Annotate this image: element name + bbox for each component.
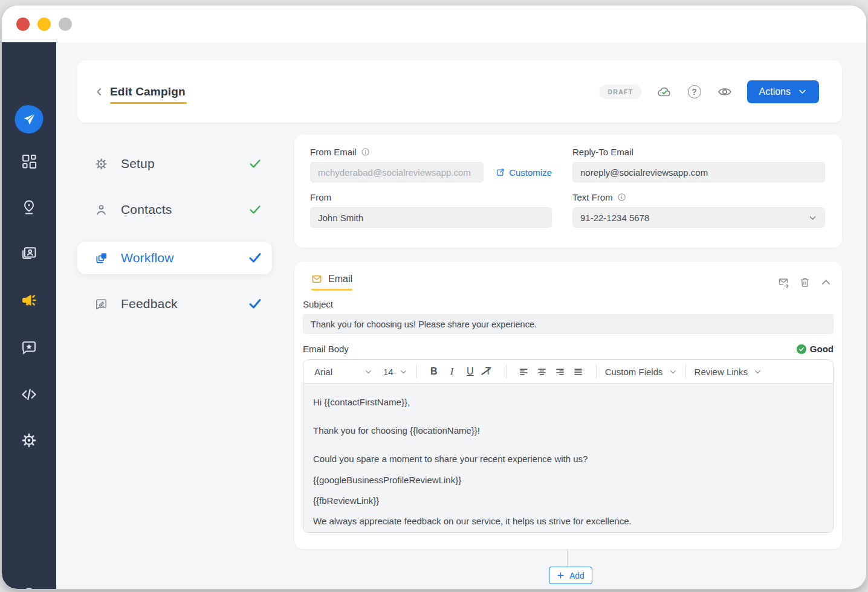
close-window-button[interactable] bbox=[16, 18, 30, 31]
step-feedback[interactable]: Feedback bbox=[77, 290, 272, 318]
minimize-window-button[interactable] bbox=[37, 18, 51, 31]
underline-button[interactable]: U bbox=[461, 363, 479, 380]
email-body-editor[interactable]: Hi {{contactFirstName}}, Thank you for c… bbox=[303, 384, 833, 532]
email-body-line: Could you spare a moment to share your r… bbox=[313, 454, 821, 465]
plus-icon bbox=[557, 571, 565, 579]
chevron-down-icon bbox=[798, 87, 807, 96]
from-email-input[interactable] bbox=[310, 162, 484, 182]
contacts-complete-check-icon bbox=[248, 202, 262, 217]
chevron-up-icon bbox=[820, 277, 832, 288]
sidebar-item-reviews[interactable] bbox=[20, 338, 38, 356]
actions-button[interactable]: Actions bbox=[747, 80, 819, 103]
help-button[interactable]: ? bbox=[687, 84, 702, 100]
title-underline bbox=[110, 102, 187, 104]
email-tab-underline bbox=[311, 289, 352, 291]
toolbar-separator bbox=[685, 365, 686, 378]
sidebar-item-settings[interactable] bbox=[20, 431, 38, 449]
font-family-value: Arial bbox=[314, 367, 332, 377]
from-name-input[interactable] bbox=[310, 207, 552, 228]
align-left-button[interactable] bbox=[515, 363, 533, 380]
align-center-button[interactable] bbox=[533, 363, 551, 380]
subject-input[interactable] bbox=[303, 314, 834, 334]
email-tab[interactable]: Email bbox=[311, 274, 352, 291]
location-pin-icon bbox=[21, 199, 37, 216]
delete-email-block-button[interactable] bbox=[798, 276, 811, 288]
align-justify-icon bbox=[573, 367, 583, 377]
custom-fields-dropdown[interactable]: Custom Fields bbox=[605, 367, 677, 377]
reply-to-label: Reply-To Email bbox=[572, 147, 825, 157]
email-step-card: Email bbox=[294, 262, 842, 549]
check-circle-icon bbox=[797, 344, 806, 354]
step-contacts-label: Contacts bbox=[121, 202, 172, 217]
app-window: Edit Campign DRAFT ? bbox=[2, 5, 866, 589]
step-feedback-label: Feedback bbox=[121, 297, 178, 311]
customize-link[interactable]: Customize bbox=[496, 167, 552, 178]
main-content: Edit Campign DRAFT ? bbox=[56, 42, 866, 589]
question-icon: ? bbox=[688, 85, 701, 98]
sidebar-item-contacts[interactable] bbox=[20, 244, 38, 262]
toolbar-separator bbox=[416, 365, 416, 378]
italic-button[interactable]: I bbox=[443, 363, 461, 380]
font-size-select[interactable]: 14 bbox=[383, 367, 407, 377]
eye-icon bbox=[717, 85, 732, 99]
contacts-person-icon bbox=[94, 203, 108, 217]
back-button[interactable] bbox=[91, 83, 108, 100]
megaphone-icon bbox=[21, 292, 37, 309]
add-step-button-label: Add bbox=[569, 571, 585, 581]
align-right-icon bbox=[555, 367, 565, 377]
clear-formatting-button[interactable]: T bbox=[479, 363, 497, 380]
collapse-email-block-button[interactable] bbox=[820, 276, 832, 288]
app-logo[interactable] bbox=[15, 105, 44, 134]
headset-icon bbox=[21, 585, 37, 589]
step-setup[interactable]: Setup bbox=[77, 150, 272, 178]
app-sidebar bbox=[2, 42, 56, 589]
align-right-button[interactable] bbox=[551, 363, 569, 380]
email-body-line: Hi {{contactFirstName}}, bbox=[313, 397, 821, 408]
workflow-connector-line bbox=[567, 549, 568, 567]
step-contacts[interactable]: Contacts bbox=[77, 196, 272, 224]
email-body-label: Email Body bbox=[303, 344, 349, 354]
sidebar-item-support[interactable] bbox=[20, 585, 38, 589]
review-links-dropdown[interactable]: Review Links bbox=[695, 367, 762, 377]
review-star-bubble-icon bbox=[21, 339, 37, 356]
sidebar-item-dashboard[interactable] bbox=[20, 152, 38, 170]
step-setup-label: Setup bbox=[121, 156, 155, 171]
toolbar-separator bbox=[506, 365, 507, 378]
workflow-complete-check-icon bbox=[248, 251, 262, 265]
custom-fields-label: Custom Fields bbox=[605, 367, 663, 377]
info-icon bbox=[617, 193, 626, 202]
content-quality-badge: Good bbox=[797, 344, 834, 354]
feedback-pencil-icon bbox=[94, 297, 108, 311]
text-from-select[interactable]: 91-22-1234 5678 bbox=[572, 207, 825, 228]
autosave-cloud-icon bbox=[656, 84, 672, 100]
from-email-label: From Email bbox=[310, 147, 552, 157]
reply-to-input[interactable] bbox=[572, 162, 825, 182]
step-workflow-label: Workflow bbox=[121, 251, 174, 265]
text-from-value: 91-22-1234 5678 bbox=[580, 213, 649, 223]
sidebar-item-locations[interactable] bbox=[20, 198, 38, 216]
step-workflow[interactable]: Workflow bbox=[77, 242, 272, 274]
bold-button[interactable]: B bbox=[425, 363, 443, 380]
font-size-value: 14 bbox=[383, 367, 394, 377]
email-tab-label: Email bbox=[328, 274, 352, 285]
preview-button[interactable] bbox=[717, 84, 733, 100]
review-links-label: Review Links bbox=[695, 367, 748, 377]
chevron-down-icon bbox=[808, 213, 817, 222]
subject-label: Subject bbox=[303, 299, 834, 309]
sidebar-item-campaigns[interactable] bbox=[20, 291, 38, 309]
font-family-select[interactable]: Arial bbox=[314, 367, 372, 377]
feedback-complete-check-icon bbox=[248, 297, 262, 311]
paper-plane-icon bbox=[22, 112, 37, 127]
from-name-label: From bbox=[310, 192, 552, 202]
setup-complete-check-icon bbox=[248, 156, 262, 171]
email-body-line: {{googleBusinessProfileReviewLink}} bbox=[313, 475, 821, 486]
zoom-window-button[interactable] bbox=[59, 18, 72, 31]
sidebar-item-developer[interactable] bbox=[20, 385, 38, 404]
email-body-line: Thank you for choosing {{locationName}}! bbox=[313, 425, 821, 436]
align-center-icon bbox=[537, 367, 547, 377]
external-link-icon bbox=[496, 168, 505, 177]
send-test-email-button[interactable] bbox=[777, 276, 789, 288]
align-justify-button[interactable] bbox=[569, 363, 588, 380]
add-step-button[interactable]: Add bbox=[549, 567, 592, 584]
workflow-steps: Setup Contacts bbox=[77, 150, 272, 336]
